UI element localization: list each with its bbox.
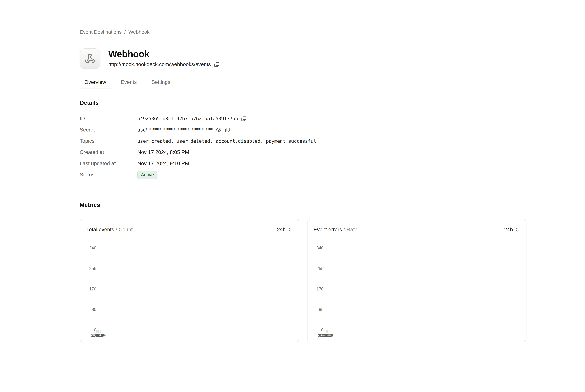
chart-title: Total events/Count [86,226,132,232]
breadcrumb: Event Destinations / Webhook [80,29,526,35]
webhook-url: http://mock.hookdeck.com/webhooks/events [108,62,211,68]
bar-chart: 340255170850 20:3002:0007:0012:3019:30 [86,248,293,339]
range-value: 24h [277,226,286,232]
x-tick [326,330,327,333]
detail-label: Secret [80,127,137,133]
y-axis: 340255170850 [314,248,324,330]
chart-title: Event errors/Rate [314,226,358,232]
metrics-section: Metrics Total events/Count 24h [80,202,526,342]
chart-title-separator: / [344,226,345,232]
detail-label: Status [80,172,137,178]
line-chart: 340255170850 20:3002:0007:0012:3019:30 [314,248,521,339]
detail-value-created-at: Nov 17 2024, 8:05 PM [137,149,189,155]
chart-title-main: Total events [86,226,114,232]
x-tick [99,330,100,333]
metrics-heading: Metrics [80,202,526,208]
details-section: Details ID b4925365-b8cf-42b7-a762-aa1a5… [80,100,526,180]
detail-value-topics: user.created, user.deleted, account.disa… [137,138,316,144]
x-tick [96,330,97,333]
status-badge: Active [137,170,158,179]
x-tick-label: 19:30 [322,333,333,338]
page-header: Webhook http://mock.hookdeck.com/webhook… [80,48,526,69]
detail-label: Created at [80,149,137,155]
breadcrumb-item-event-destinations[interactable]: Event Destinations [80,29,122,35]
reveal-secret-button[interactable] [216,127,222,133]
range-select[interactable]: 24h [504,226,520,232]
x-tick [324,330,325,333]
copy-icon [225,127,230,132]
chart-card-event-errors: Event errors/Rate 24h 340255170850 [307,219,526,342]
y-tick-label: 85 [319,307,324,312]
webhook-icon [85,53,95,64]
chart-title-main: Event errors [314,226,342,232]
x-tick [100,330,100,333]
detail-row-secret: Secret asd************************ [80,124,526,135]
chart-title-metric: Count [119,226,132,232]
x-tick [327,330,328,333]
y-tick-label: 170 [316,286,324,291]
copy-icon [241,116,246,121]
detail-value-secret: asd************************ [137,127,213,133]
detail-value-id: b4925365-b8cf-42b7-a762-aa1a539177a5 [137,116,238,122]
x-tick [98,330,99,333]
copy-secret-button[interactable] [225,127,230,132]
detail-row-id: ID b4925365-b8cf-42b7-a762-aa1a539177a5 [80,113,526,124]
x-tick [97,330,98,333]
copy-url-button[interactable] [214,62,219,67]
y-tick-label: 0 [321,328,324,332]
detail-row-topics: Topics user.created, user.deleted, accou… [80,135,526,146]
y-tick-label: 0 [94,328,96,332]
copy-icon [214,62,219,67]
tab-overview[interactable]: Overview [80,79,111,89]
detail-row-last-updated-at: Last updated at Nov 17 2024, 9:10 PM [80,158,526,169]
chart-title-metric: Rate [346,226,358,232]
eye-icon [216,127,222,133]
detail-value-last-updated-at: Nov 17 2024, 9:10 PM [137,160,189,166]
y-axis: 340255170850 [86,248,96,330]
y-tick-label: 340 [89,246,96,250]
detail-row-status: Status Active [80,169,526,180]
breadcrumb-separator: / [124,29,126,35]
page: Event Destinations / Webhook Webhook htt… [0,0,585,392]
y-tick-label: 255 [316,266,324,271]
x-tick [324,330,324,333]
tab-bar: Overview Events Settings [80,79,526,89]
x-tick-label: 19:30 [94,333,106,338]
y-tick-label: 340 [316,246,324,250]
chevrons-up-down-icon [288,227,292,232]
y-tick-label: 85 [92,307,96,312]
detail-label: Last updated at [80,160,137,166]
x-axis: 20:3002:0007:0012:3019:30 [324,330,328,339]
page-title: Webhook [108,49,219,60]
chevrons-up-down-icon [515,227,520,232]
detail-row-created-at: Created at Nov 17 2024, 8:05 PM [80,146,526,158]
x-tick [326,330,326,333]
range-select[interactable]: 24h [277,226,292,232]
y-tick-label: 170 [89,286,96,291]
tab-events[interactable]: Events [116,79,142,89]
range-value: 24h [504,226,513,232]
x-axis: 20:3002:0007:0012:3019:30 [96,330,100,339]
detail-label: Topics [80,138,137,144]
tab-settings[interactable]: Settings [147,79,175,89]
chart-card-total-events: Total events/Count 24h 340255170850 [80,219,299,342]
chart-title-separator: / [116,226,117,232]
webhook-icon-tile [80,48,100,69]
detail-label: ID [80,116,137,122]
copy-id-button[interactable] [241,116,246,121]
details-heading: Details [80,100,526,106]
y-tick-label: 255 [89,266,96,271]
breadcrumb-item-webhook[interactable]: Webhook [128,29,150,35]
